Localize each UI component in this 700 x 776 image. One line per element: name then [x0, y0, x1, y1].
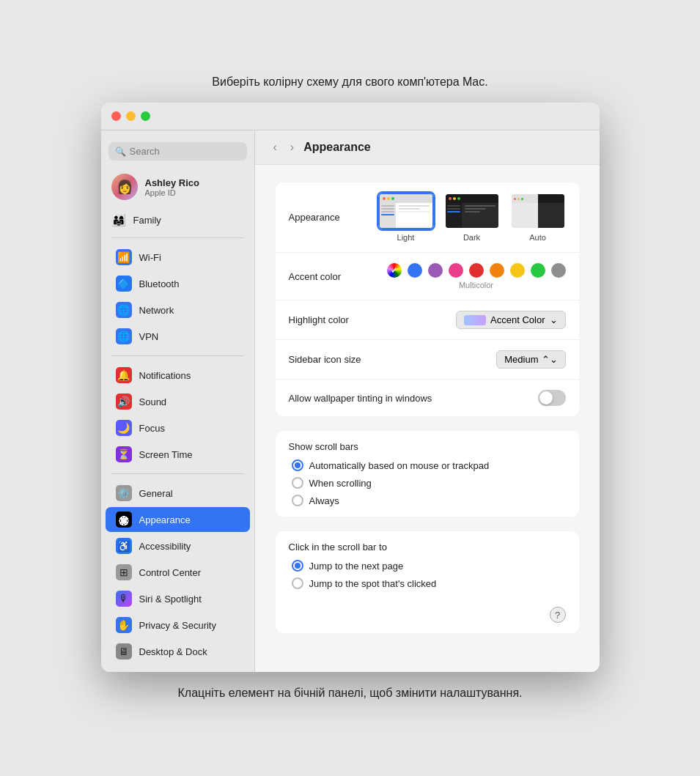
search-bar[interactable]: 🔍: [108, 142, 247, 160]
search-input[interactable]: [130, 146, 240, 157]
highlight-value: Accent Color: [490, 314, 545, 325]
highlight-color-selector[interactable]: Accent Color ⌄: [456, 311, 565, 329]
appearance-dark-option[interactable]: Dark: [444, 193, 500, 242]
sidebar-item-label: General: [139, 488, 173, 499]
chevron-down-icon: ⌄: [550, 314, 558, 325]
scroll-auto-option[interactable]: Automatically based on mouse or trackpad: [292, 459, 566, 471]
scroll-scrolling-option[interactable]: When scrolling: [292, 477, 566, 489]
light-thumbnail[interactable]: [378, 193, 434, 229]
appearance-auto-option[interactable]: Auto: [510, 193, 566, 242]
scroll-bars-options: Automatically based on mouse or trackpad…: [292, 459, 566, 506]
scroll-auto-radio[interactable]: [292, 459, 303, 471]
sidebar-item-label: Bluetooth: [139, 278, 180, 289]
click-spot-option[interactable]: Jump to the spot that's clicked: [292, 577, 566, 589]
accent-purple[interactable]: [428, 263, 443, 278]
appearance-light-option[interactable]: Light: [378, 193, 434, 242]
accent-graphite[interactable]: [551, 263, 566, 278]
tooltip-bottom: Клацніть елемент на бічній панелі, щоб з…: [177, 684, 522, 703]
highlight-preview: [464, 315, 486, 325]
sidebar: 🔍 👩 Ashley Rico Apple ID 👨‍👩‍👧 Family 📶: [101, 130, 255, 672]
scroll-always-label: Always: [309, 495, 339, 506]
sidebar-item-appearance[interactable]: ◉ Appearance: [106, 507, 250, 532]
chevron-updown-icon: ⌃⌄: [542, 354, 558, 365]
accent-red[interactable]: [469, 263, 484, 278]
sidebar-item-screen-time[interactable]: ⏳ Screen Time: [106, 442, 250, 467]
sidebar-item-bluetooth[interactable]: 🔷 Bluetooth: [106, 271, 250, 296]
click-next-page-label: Jump to the next page: [309, 561, 404, 572]
user-name: Ashley Rico: [145, 177, 199, 188]
click-next-page-option[interactable]: Jump to the next page: [292, 560, 566, 572]
accent-color-options: Multicolor: [387, 263, 566, 289]
appearance-options: Light: [378, 193, 566, 242]
sidebar-icon-size-row: Sidebar icon size Medium ⌃⌄: [276, 340, 579, 380]
accessibility-icon: ♿: [116, 538, 132, 554]
sidebar-item-control-center[interactable]: ⊞ Control Center: [106, 560, 250, 585]
auto-thumbnail[interactable]: [510, 193, 566, 229]
sidebar-item-desktop[interactable]: 🖥 Desktop & Dock: [106, 639, 250, 664]
click-spot-radio[interactable]: [292, 577, 303, 589]
general-icon: ⚙️: [116, 485, 132, 501]
sidebar-item-accessibility[interactable]: ♿ Accessibility: [106, 533, 250, 558]
settings-window: 🔍 👩 Ashley Rico Apple ID 👨‍👩‍👧 Family 📶: [101, 103, 600, 672]
sidebar-item-privacy[interactable]: ✋ Privacy & Security: [106, 613, 250, 638]
bluetooth-icon: 🔷: [116, 276, 132, 292]
accent-blue[interactable]: [408, 263, 422, 278]
appearance-section: Appearance: [276, 182, 579, 416]
privacy-icon: ✋: [116, 617, 132, 633]
auto-label: Auto: [529, 233, 546, 242]
sidebar-item-general[interactable]: ⚙️ General: [106, 481, 250, 506]
back-button[interactable]: ‹: [270, 139, 281, 155]
click-next-page-radio[interactable]: [292, 560, 303, 572]
sidebar-item-label: Focus: [139, 423, 165, 434]
desktop-icon: 🖥: [116, 643, 132, 659]
sidebar-icon-size-selector[interactable]: Medium ⌃⌄: [496, 350, 565, 369]
accent-pink[interactable]: [449, 263, 463, 278]
sidebar-item-label: Notifications: [139, 370, 191, 381]
maximize-button[interactable]: [141, 111, 150, 121]
screen-time-icon: ⏳: [116, 446, 132, 462]
accent-selected-label: Multicolor: [387, 281, 566, 289]
minimize-button[interactable]: [126, 111, 136, 121]
sidebar-icon-size-label: Sidebar icon size: [289, 354, 361, 365]
sidebar-item-family[interactable]: 👨‍👩‍👧 Family: [101, 209, 254, 232]
notifications-icon: 🔔: [116, 367, 132, 383]
sidebar-item-notifications[interactable]: 🔔 Notifications: [106, 363, 250, 388]
user-profile[interactable]: 👩 Ashley Rico Apple ID: [101, 169, 254, 209]
forward-button[interactable]: ›: [287, 139, 298, 155]
sidebar-divider-3: [111, 473, 244, 474]
sidebar-item-label: Wi-Fi: [139, 252, 161, 263]
sidebar-item-label: Control Center: [139, 567, 202, 578]
sidebar-item-vpn[interactable]: 🌐 VPN: [106, 324, 250, 349]
scroll-bars-section: Show scroll bars Automatically based on …: [276, 431, 579, 517]
sidebar-item-label: VPN: [139, 331, 159, 342]
accent-green[interactable]: [531, 263, 545, 278]
appearance-row: Appearance: [276, 182, 579, 253]
sidebar-item-wifi[interactable]: 📶 Wi-Fi: [106, 245, 250, 270]
sidebar-divider-1: [111, 237, 244, 238]
control-center-icon: ⊞: [116, 564, 132, 580]
dark-thumbnail[interactable]: [444, 193, 500, 229]
sidebar-item-sound[interactable]: 🔊 Sound: [106, 389, 250, 414]
sidebar-item-label: Screen Time: [139, 449, 193, 460]
accent-yellow[interactable]: [510, 263, 525, 278]
scroll-scrolling-radio[interactable]: [292, 477, 303, 489]
family-icon: 👨‍👩‍👧: [111, 213, 126, 227]
sidebar-item-focus[interactable]: 🌙 Focus: [106, 415, 250, 440]
accent-orange[interactable]: [490, 263, 504, 278]
main-content: 🔍 👩 Ashley Rico Apple ID 👨‍👩‍👧 Family 📶: [101, 130, 600, 672]
accent-multicolor[interactable]: [387, 263, 402, 278]
sidebar-item-siri[interactable]: 🎙 Siri & Spotlight: [106, 586, 250, 611]
highlight-color-row: Highlight color Accent Color ⌄: [276, 300, 579, 340]
light-label: Light: [397, 233, 415, 242]
sidebar-item-label: Desktop & Dock: [139, 646, 207, 657]
scroll-always-option[interactable]: Always: [292, 495, 566, 506]
size-value: Medium: [504, 354, 538, 365]
avatar: 👩: [111, 174, 138, 200]
panel-content: Appearance: [255, 165, 600, 672]
scroll-always-radio[interactable]: [292, 495, 303, 506]
close-button[interactable]: [111, 111, 121, 121]
sidebar-item-network[interactable]: 🌐 Network: [106, 298, 250, 322]
accent-color-row: Accent color: [276, 253, 579, 300]
help-button[interactable]: ?: [550, 607, 566, 623]
wallpaper-tinting-toggle[interactable]: [538, 390, 566, 406]
